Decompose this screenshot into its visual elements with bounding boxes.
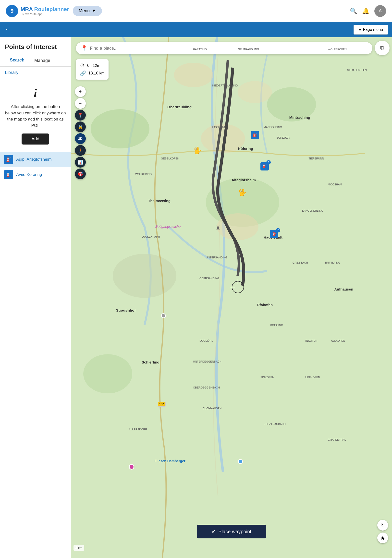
app-name: MRA Routeplanner — [21, 6, 69, 12]
map-search-input[interactable] — [90, 46, 368, 51]
map-area[interactable]: 📍 ⧉ ⏱ 0h 12m 🔗 13.10 km + − — [71, 37, 392, 558]
layers-icon: ⧉ — [380, 45, 384, 51]
distance-icon: 🔗 — [80, 70, 86, 76]
map-castle-icon: ♜ — [216, 225, 220, 231]
nav-right: 🔍 🔔 A — [350, 5, 386, 17]
map-rotate-button[interactable]: ↻ — [377, 520, 388, 531]
menu-button[interactable]: Menu ▼ — [73, 6, 102, 16]
map-poi-pin-1[interactable]: ⛽ — [251, 131, 259, 139]
svg-point-6 — [174, 63, 213, 87]
poi-label-agip: Agip, Alteglofsheim — [16, 157, 52, 162]
poi-list: ⛽ Agip, Alteglofsheim ⛽ Avia, Köfering — [0, 149, 71, 185]
checkmark-icon: ✔ — [212, 529, 216, 534]
place-waypoint-button[interactable]: ✔ Place waypoint — [197, 525, 266, 538]
top-navigation: 9 MRA Routeplanner By MyRoute-app Menu ▼… — [0, 0, 392, 22]
map-controls: + − 📍 🔒 3D 🚶 📊 🎯 — [75, 86, 86, 179]
sidebar-header: Points of Interest ≡ — [0, 37, 71, 55]
place-waypoint-label: Place waypoint — [218, 529, 251, 534]
svg-point-1 — [91, 109, 149, 148]
map-poi-pin-2[interactable]: ⛽ 3 — [260, 162, 269, 170]
logo: 9 MRA Routeplanner By MyRoute-app — [6, 5, 69, 17]
svg-point-8 — [201, 124, 245, 153]
add-poi-button[interactable]: Add — [22, 133, 49, 145]
zoom-out-button[interactable]: − — [75, 98, 86, 109]
target-icon: 🎯 — [78, 171, 83, 177]
search-button[interactable]: 🔍 — [350, 8, 357, 14]
layers-button[interactable]: ⧉ — [375, 41, 390, 55]
locate-icon: ◉ — [381, 535, 385, 541]
map-hand-1[interactable]: 🖐 — [193, 146, 202, 155]
sidebar: Points of Interest ≡ Search Manage Libra… — [0, 37, 71, 558]
scale-bar: 2 km — [74, 545, 84, 551]
map-dot-straussnhof — [161, 313, 166, 318]
location-button[interactable]: 📍 — [75, 110, 86, 121]
zoom-in-button[interactable]: + — [75, 86, 86, 97]
route-time: 0h 12m — [87, 63, 100, 68]
logo-icon: 9 — [6, 5, 18, 17]
menu-label: Menu — [79, 8, 90, 13]
logo-number: 9 — [11, 8, 13, 14]
page-menu-label: Page menu — [363, 27, 383, 32]
fliesen-hamberger-label: Fliesen Hamberger — [155, 459, 185, 463]
lock-button[interactable]: 🔒 — [75, 121, 86, 132]
lock-icon: 🔒 — [78, 124, 83, 130]
svg-point-2 — [267, 87, 316, 121]
page-menu-icon: ≡ — [359, 27, 361, 32]
bell-button[interactable]: 🔔 — [362, 8, 369, 14]
app-subtitle: By MyRoute-app — [21, 12, 69, 16]
scale-label: 2 km — [75, 546, 82, 550]
poi-label-avia: Avia, Köfering — [16, 172, 42, 177]
logo-text: MRA Routeplanner By MyRoute-app — [21, 6, 69, 16]
sidebar-title: Points of Interest — [5, 43, 57, 51]
page-banner: ← ≡ Page menu — [0, 22, 392, 37]
map-search-icon: 📍 — [81, 45, 87, 51]
library-link[interactable]: Library — [0, 67, 71, 79]
svg-point-4 — [113, 254, 176, 298]
target-button[interactable]: 🎯 — [75, 169, 86, 179]
poi-item-agip[interactable]: ⛽ Agip, Alteglofsheim — [0, 152, 71, 167]
svg-point-7 — [238, 81, 272, 103]
back-icon: ← — [5, 26, 10, 33]
poi-fuel-icon-1: ⛽ — [4, 155, 13, 164]
location-icon: 📍 — [78, 112, 83, 118]
hamburger-icon[interactable]: ≡ — [63, 44, 66, 50]
road-marker-15n: 15n — [158, 402, 166, 407]
map-crosshair — [232, 281, 244, 293]
chart-button[interactable]: 📊 — [75, 157, 86, 168]
map-locate-button[interactable]: ◉ — [377, 533, 388, 543]
svg-point-5 — [83, 354, 132, 393]
search-icon: 🔍 — [350, 8, 357, 14]
info-icon: i — [34, 86, 37, 100]
poi-badge-3: 3 — [266, 160, 271, 165]
map-poi-pin-3[interactable]: ⛽ 2 — [270, 230, 278, 238]
poi-badge-2: 2 — [276, 228, 280, 232]
person-button[interactable]: 🚶 — [75, 145, 86, 156]
tab-search[interactable]: Search — [5, 55, 29, 66]
tab-manage[interactable]: Manage — [29, 55, 55, 66]
person-icon: 🚶 — [78, 148, 83, 153]
nav-left: 9 MRA Routeplanner By MyRoute-app Menu ▼ — [6, 5, 102, 17]
page-menu-button[interactable]: ≡ Page menu — [354, 25, 388, 35]
avatar[interactable]: A — [374, 5, 386, 17]
map-hand-2[interactable]: 🖐 — [238, 188, 246, 196]
map-bottom-right-controls: ↻ ◉ — [377, 520, 388, 543]
map-marker-pink — [129, 464, 134, 470]
divider — [0, 79, 71, 79]
time-icon: ⏱ — [80, 63, 85, 68]
route-distance: 13.10 km — [88, 71, 105, 75]
map-search-bar: 📍 — [76, 42, 372, 54]
route-time-row: ⏱ 0h 12m — [80, 62, 105, 69]
3d-button[interactable]: 3D — [75, 133, 86, 144]
bell-icon: 🔔 — [362, 8, 369, 14]
rotate-icon: ↻ — [381, 522, 385, 528]
back-button[interactable]: ← — [0, 22, 15, 37]
wolfgangsseiche-label: Wolfgangsseiche — [155, 225, 181, 229]
chart-icon: 📊 — [78, 159, 83, 165]
poi-fuel-icon-2: ⛽ — [4, 170, 13, 179]
tabs-container: Search Manage — [0, 55, 71, 67]
main-area: Points of Interest ≡ Search Manage Libra… — [0, 37, 392, 558]
poi-item-avia[interactable]: ⛽ Avia, Köfering — [0, 167, 71, 182]
route-info-box: ⏱ 0h 12m 🔗 13.10 km — [76, 59, 109, 80]
info-text: After clicking on the button below you c… — [5, 104, 66, 129]
info-section: i After clicking on the button below you… — [0, 81, 71, 149]
